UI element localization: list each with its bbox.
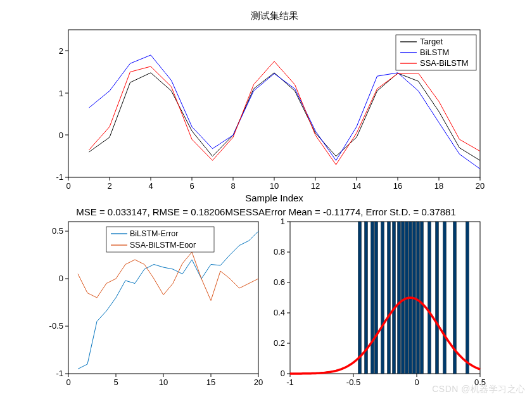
svg-text:0.6: 0.6 <box>274 277 285 287</box>
bottom-right-chart: 0 0.2 0.4 0.6 0.8 1 -1 -0.5 0 0.5 <box>274 217 486 387</box>
svg-text:18: 18 <box>434 181 443 191</box>
svg-text:0: 0 <box>59 130 63 140</box>
svg-text:0: 0 <box>59 274 63 283</box>
svg-rect-84 <box>393 222 396 374</box>
svg-text:0: 0 <box>66 181 70 191</box>
svg-text:-0.5: -0.5 <box>49 321 63 331</box>
svg-text:-1: -1 <box>56 172 63 182</box>
top-legend: Target BiLSTM SSA-BiLSTM <box>396 35 476 70</box>
svg-rect-80 <box>371 222 374 374</box>
svg-text:15: 15 <box>206 377 215 387</box>
svg-text:12: 12 <box>311 181 320 191</box>
svg-rect-82 <box>381 222 384 374</box>
svg-text:0.5: 0.5 <box>52 226 63 236</box>
legend-label: BiLSTM-Error <box>130 229 178 238</box>
svg-text:0: 0 <box>414 377 419 387</box>
bottom-left-chart: -1 -0.5 0 0.5 0 5 10 15 20 BiLSTM-Error … <box>49 222 263 387</box>
legend-label: SSA-BiLSTM-Eoor <box>130 241 196 250</box>
svg-text:0.5: 0.5 <box>474 377 486 387</box>
bottom-left-legend: BiLSTM-Error SSA-BiLSTM-Eoor <box>106 227 214 252</box>
svg-text:5: 5 <box>113 377 118 387</box>
svg-text:0.4: 0.4 <box>274 308 285 317</box>
svg-rect-90 <box>417 222 420 374</box>
svg-text:20: 20 <box>254 377 263 387</box>
svg-text:10: 10 <box>159 377 168 387</box>
svg-text:20: 20 <box>476 181 484 191</box>
figure-canvas: 测试集结果 -1 0 1 2 0 2 4 6 8 10 12 14 16 18 … <box>0 0 532 399</box>
svg-text:-0.5: -0.5 <box>346 377 360 387</box>
stats-title: MSE = 0.033147, RMSE = 0.18206MSESSAErro… <box>76 206 456 217</box>
svg-text:0.2: 0.2 <box>274 338 285 348</box>
svg-rect-93 <box>436 222 439 374</box>
svg-text:0.8: 0.8 <box>274 247 285 256</box>
svg-text:2: 2 <box>59 46 63 56</box>
svg-rect-85 <box>398 222 401 374</box>
legend-label: Target <box>420 37 443 46</box>
svg-rect-83 <box>388 222 391 374</box>
svg-rect-81 <box>375 222 378 374</box>
svg-rect-94 <box>443 222 446 374</box>
svg-text:6: 6 <box>189 181 194 191</box>
top-chart-title: 测试集结果 <box>251 10 298 21</box>
legend-label: BiLSTM <box>420 48 449 57</box>
svg-rect-91 <box>421 222 424 374</box>
svg-text:0: 0 <box>281 369 285 378</box>
svg-text:10: 10 <box>270 181 279 191</box>
svg-rect-57 <box>290 222 480 374</box>
svg-rect-78 <box>358 222 362 374</box>
svg-text:8: 8 <box>231 181 235 191</box>
svg-text:2: 2 <box>107 181 111 191</box>
svg-rect-86 <box>402 222 405 374</box>
svg-text:4: 4 <box>148 181 153 191</box>
svg-rect-96 <box>466 222 469 374</box>
svg-text:14: 14 <box>352 181 361 191</box>
svg-text:-1: -1 <box>286 377 294 387</box>
top-xlabel: Sample Index <box>245 193 303 203</box>
svg-text:0: 0 <box>66 377 70 387</box>
top-chart: 测试集结果 -1 0 1 2 0 2 4 6 8 10 12 14 16 18 … <box>56 10 484 203</box>
svg-text:16: 16 <box>393 181 402 191</box>
svg-text:1: 1 <box>281 217 285 226</box>
svg-rect-92 <box>428 222 431 374</box>
svg-text:-1: -1 <box>56 369 63 378</box>
legend-label: SSA-BiLSTM <box>420 58 469 68</box>
svg-text:1: 1 <box>59 89 63 98</box>
